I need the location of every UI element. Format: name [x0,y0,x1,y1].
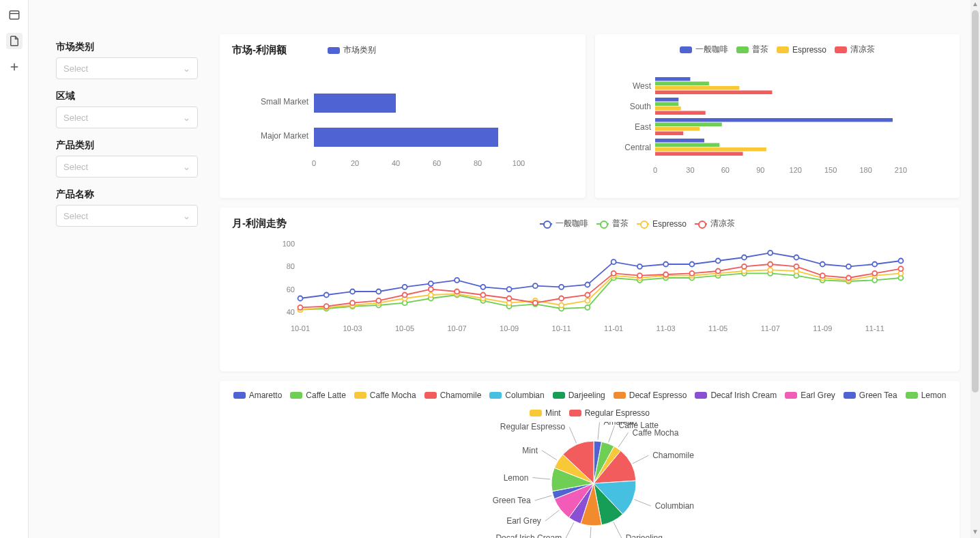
svg-point-65 [480,285,485,289]
svg-point-134 [403,293,407,298]
svg-line-160 [633,455,648,464]
svg-text:60: 60 [433,159,441,167]
chart-product-pie: AmarettoCaffe LatteCaffe MochaChamomileC… [220,381,960,538]
svg-rect-40 [655,147,766,152]
svg-text:Major Market: Major Market [261,131,309,141]
svg-text:10-05: 10-05 [395,324,414,332]
svg-text:East: East [635,122,652,132]
filter-market-category: 市场类别 Select ⌄ [56,41,198,79]
add-icon[interactable] [6,59,23,75]
svg-point-58 [298,296,303,301]
vertical-scrollbar[interactable]: ▲ ▼ [970,0,980,538]
svg-point-142 [611,271,616,276]
svg-point-75 [742,255,747,260]
chevron-down-icon: ⌄ [183,63,190,74]
svg-point-148 [768,262,773,267]
filter-select-region[interactable]: Select ⌄ [56,107,198,128]
chart-region-profit: 一般咖啡普茶Espresso清凉茶 0306090120150180210Wes… [595,34,960,198]
filter-region: 区域 Select ⌄ [56,90,198,128]
chart-market-profit: 市场-利润额 市场类别 020406080100Small MarketMajo… [220,34,586,198]
svg-point-59 [324,293,329,298]
svg-line-178 [569,427,576,443]
svg-line-156 [609,425,615,442]
svg-text:0: 0 [653,166,657,174]
file-icon[interactable] [6,33,23,49]
svg-text:40: 40 [392,159,400,167]
chevron-down-icon: ⌄ [183,162,190,172]
svg-point-144 [663,272,668,277]
svg-point-93 [585,305,590,310]
select-placeholder: Select [63,63,88,74]
filter-select-product-name[interactable]: Select ⌄ [56,205,198,227]
svg-text:11-01: 11-01 [604,324,623,332]
svg-point-153 [899,266,904,271]
filter-select-product-category[interactable]: Select ⌄ [56,156,198,178]
svg-text:0: 0 [312,159,316,167]
svg-line-166 [590,527,591,538]
svg-text:10-03: 10-03 [343,324,362,332]
select-placeholder: Select [63,113,88,123]
svg-text:Regular Espresso: Regular Espresso [500,422,566,431]
svg-line-174 [532,478,550,479]
svg-rect-26 [655,91,772,95]
svg-line-154 [598,422,599,440]
svg-text:120: 120 [790,166,802,174]
filter-select-market-category[interactable]: Select ⌄ [56,57,198,79]
svg-line-176 [542,451,557,460]
svg-point-61 [376,289,381,294]
svg-point-111 [429,293,433,298]
pie-chart: AmarettoCaffe LatteCaffe MochaChamomileC… [232,422,928,538]
svg-line-170 [545,510,560,521]
svg-rect-38 [655,139,704,143]
svg-text:South: South [630,102,651,111]
svg-line-162 [635,500,651,507]
svg-point-131 [324,304,329,309]
svg-point-137 [480,293,485,298]
filter-label: 市场类别 [56,41,198,53]
panel-icon[interactable] [6,7,23,23]
select-placeholder: Select [63,162,88,172]
svg-rect-29 [655,102,678,107]
svg-text:10-09: 10-09 [500,324,519,332]
svg-text:80: 80 [474,159,482,167]
svg-text:Central: Central [624,143,651,152]
svg-text:100: 100 [513,159,525,167]
svg-point-81 [899,259,904,264]
svg-rect-0 [10,11,19,19]
svg-point-63 [429,281,433,286]
scroll-thumb[interactable] [972,10,979,393]
svg-text:10-01: 10-01 [291,324,310,332]
svg-text:Green Tea: Green Tea [493,496,531,505]
filter-label: 区域 [56,90,198,102]
svg-point-68 [559,285,564,289]
svg-point-139 [533,300,538,305]
svg-rect-34 [655,123,722,127]
svg-text:20: 20 [351,159,359,167]
svg-point-151 [846,276,851,281]
dashboard: 市场-利润额 市场类别 020406080100Small MarketMajo… [213,0,980,538]
svg-point-143 [637,273,642,278]
filter-product-category: 产品类别 Select ⌄ [56,139,198,178]
svg-text:210: 210 [895,166,907,174]
chevron-down-icon: ⌄ [183,113,190,123]
svg-text:11-03: 11-03 [657,324,676,332]
svg-point-69 [585,283,590,287]
svg-point-130 [298,305,303,310]
svg-point-117 [585,298,590,303]
svg-point-147 [742,264,747,269]
svg-text:11-05: 11-05 [708,324,727,332]
svg-point-132 [350,300,355,305]
svg-point-71 [637,264,642,269]
svg-rect-13 [314,128,498,147]
left-rail [0,0,29,538]
svg-text:150: 150 [824,166,837,174]
svg-point-133 [376,298,381,303]
chart-legend: 市场类别 [328,44,376,56]
svg-point-74 [716,259,721,264]
chevron-down-icon: ⌄ [183,211,190,221]
svg-point-136 [455,289,459,294]
svg-rect-35 [655,127,700,131]
svg-line-164 [614,522,622,538]
svg-line-158 [618,433,629,448]
line-chart: 40608010010-0110-0310-0510-0710-0910-111… [232,230,928,360]
